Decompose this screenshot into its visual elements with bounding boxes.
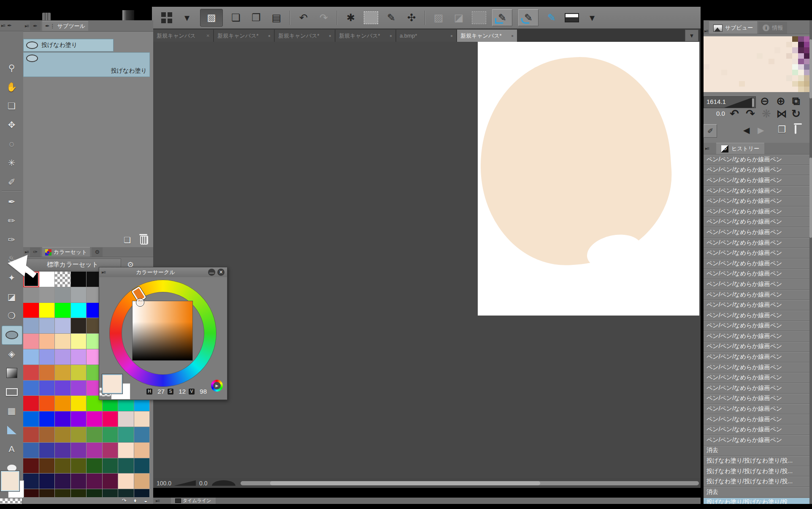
command-snap-curve-icon[interactable]: ✎ <box>518 9 539 26</box>
history-row[interactable]: ペン/ペン/なめらか線画ペン <box>704 155 809 165</box>
command-select-border-icon[interactable] <box>472 11 486 25</box>
command-display-mode-icon[interactable] <box>565 11 579 25</box>
vertical-scrollbar[interactable] <box>809 20 812 504</box>
subview-preview[interactable] <box>704 36 810 92</box>
command-overflow-dropdown-icon[interactable]: ▾ <box>585 11 599 25</box>
history-row[interactable]: ペン/ペン/なめらか線画ペン <box>704 362 809 373</box>
swatch[interactable] <box>39 287 55 303</box>
swatch[interactable] <box>71 396 87 411</box>
swatch[interactable] <box>71 365 87 381</box>
command-undo-icon[interactable]: ↶ <box>296 11 311 25</box>
swatch[interactable] <box>23 303 39 318</box>
swatch[interactable] <box>39 458 55 474</box>
subtool-item-selected[interactable]: 投げなわ塗り <box>23 39 114 52</box>
panel-menu-icon[interactable]: ▸≡ <box>25 23 28 29</box>
tool-pen[interactable]: ✒ <box>0 192 23 211</box>
color-wheel-toggle-icon[interactable]: ▶ <box>211 380 223 392</box>
history-row[interactable]: ペン/ペン/なめらか線画ペン <box>704 248 809 259</box>
close-icon[interactable]: ✕ <box>206 33 210 38</box>
swatch[interactable] <box>118 458 134 474</box>
history-row[interactable]: ペン/ペン/なめらか線画ペン <box>704 186 809 196</box>
swatch[interactable] <box>39 334 55 349</box>
panel-menu-icon[interactable]: ▸≡ <box>25 249 28 255</box>
tool-text[interactable]: A <box>0 439 23 458</box>
scrollbar-thumb[interactable] <box>809 39 812 98</box>
swatch[interactable] <box>71 287 87 303</box>
swatch[interactable] <box>23 349 39 365</box>
command-mask-icon[interactable]: ◪ <box>452 11 466 25</box>
modified-dot-icon[interactable]: ● <box>329 33 331 38</box>
swatch[interactable] <box>71 303 87 318</box>
canvas-tab-3[interactable]: 新規キャンバス*● <box>336 30 395 42</box>
swatch[interactable] <box>71 443 87 458</box>
history-row[interactable]: ペン/ペン/なめらか線画ペン <box>704 165 809 176</box>
swatch[interactable] <box>39 411 55 427</box>
swatch[interactable] <box>55 272 71 287</box>
history-row[interactable]: ペン/ペン/なめらか線画ペン <box>704 383 809 394</box>
horizontal-scrollbar-thumb[interactable] <box>270 481 540 485</box>
hsv-v-value[interactable]: 98 <box>198 388 207 395</box>
swatch[interactable] <box>118 411 134 427</box>
tool-selection[interactable]: ◌ <box>0 134 23 153</box>
history-row[interactable]: ペン/ペン/なめらか線画ペン <box>704 238 809 248</box>
swatch[interactable] <box>23 365 39 381</box>
scrollbar-thumb[interactable] <box>809 158 812 238</box>
command-scale-rotate-icon[interactable]: ✣ <box>404 11 419 25</box>
history-row[interactable]: 投げなわ塗り/投げなわ塗り/投... <box>704 466 809 477</box>
canvas-area[interactable]: 100.0 0.0 <box>153 42 701 488</box>
previous-icon[interactable]: ◀ <box>743 125 750 135</box>
replace-color-icon[interactable]: ↷ <box>122 498 126 504</box>
swatch[interactable] <box>39 443 55 458</box>
swatch[interactable] <box>55 411 71 427</box>
saturation-value-square[interactable] <box>133 301 192 360</box>
canvas-tab-list-dropdown[interactable]: ▼ <box>685 30 698 41</box>
canvas-document[interactable] <box>478 42 699 316</box>
swatch[interactable] <box>55 287 71 303</box>
tab-subtool-alt[interactable]: ✒ <box>30 21 41 30</box>
modified-dot-icon[interactable]: ● <box>390 33 392 38</box>
swatch[interactable] <box>71 334 87 349</box>
swatch[interactable] <box>134 474 150 489</box>
swatch[interactable] <box>103 443 119 458</box>
main-color-chip[interactable] <box>102 374 122 394</box>
zoom-in-icon[interactable]: ⊕ <box>776 95 785 108</box>
tool-blend[interactable]: ❍ <box>0 306 23 325</box>
command-save-file-icon[interactable]: ▤ <box>269 11 284 25</box>
modified-dot-icon[interactable]: ● <box>450 33 453 38</box>
panel-menu-icon[interactable]: ▸≡ <box>102 269 105 275</box>
tool-ruler[interactable] <box>0 420 23 439</box>
trash-icon[interactable] <box>795 126 796 133</box>
swatch[interactable] <box>103 474 119 489</box>
swatch[interactable] <box>39 349 55 365</box>
tool-brush[interactable]: ✑ <box>0 230 23 249</box>
flip-horizontal-icon[interactable]: ⋈ <box>776 107 787 120</box>
modified-dot-icon[interactable]: ● <box>511 33 514 38</box>
swatch[interactable] <box>55 365 71 381</box>
swatch[interactable] <box>118 443 134 458</box>
swatch[interactable] <box>23 474 39 489</box>
swatch[interactable] <box>103 427 119 443</box>
swatch[interactable] <box>23 427 39 443</box>
swatch[interactable] <box>23 318 39 334</box>
tool-lasso-fill[interactable] <box>0 325 23 344</box>
next-icon[interactable]: ▶ <box>758 125 764 135</box>
swatch[interactable] <box>134 411 150 427</box>
tab-timeline[interactable]: タイムライン <box>171 498 216 504</box>
history-row[interactable]: ペン/ペン/なめらか線画ペン <box>704 425 809 435</box>
swatch[interactable] <box>39 365 55 381</box>
history-row[interactable]: ペン/ペン/なめらか線画ペン <box>704 207 809 217</box>
swatch[interactable] <box>134 443 150 458</box>
reset-rotation-icon[interactable]: ❋ <box>762 107 771 120</box>
hsv-h-value[interactable]: 27 <box>155 388 165 395</box>
reset-view-icon[interactable]: ↻ <box>791 107 801 120</box>
fit-to-window-icon[interactable]: ⧉ <box>792 95 800 108</box>
swatch[interactable] <box>87 458 103 474</box>
history-row[interactable]: 消去 <box>704 446 809 456</box>
swatch[interactable] <box>71 272 87 287</box>
swatch[interactable] <box>87 443 103 458</box>
palette-dish-icon[interactable]: ◒ <box>144 498 147 504</box>
add-color-icon[interactable]: ⬧ <box>134 497 136 504</box>
main-color-chip[interactable] <box>1 471 19 491</box>
tab-color-set[interactable]: カラーセット <box>42 247 90 257</box>
swatch[interactable] <box>55 396 71 411</box>
